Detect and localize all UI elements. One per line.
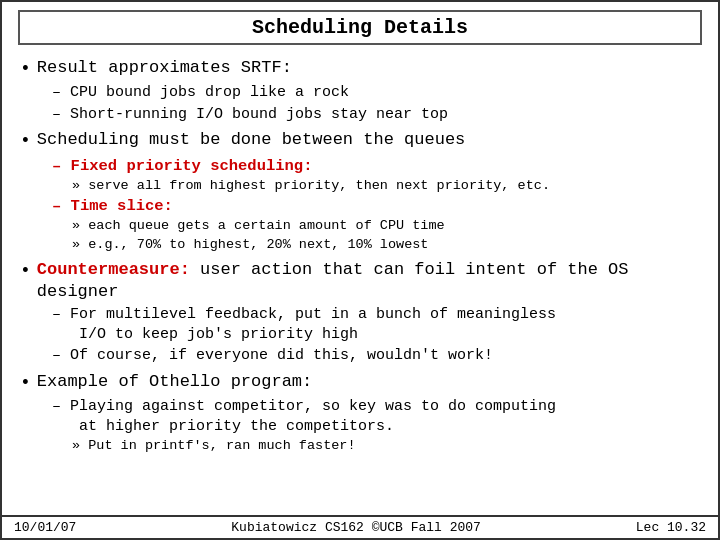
bullet-1-dot: • xyxy=(20,57,31,81)
bullet-3-sub2: – Of course, if everyone did this, would… xyxy=(52,346,700,366)
bullet-2-sub5: » e.g., 70% to highest, 20% next, 10% lo… xyxy=(72,236,700,254)
bullet-4-sub2: » Put in printf's, ran much faster! xyxy=(72,437,700,455)
bullet-2-sub2: » serve all from highest priority, then … xyxy=(72,177,700,195)
bullet-2-sub4: » each queue gets a certain amount of CP… xyxy=(72,217,700,235)
bullet-1-sub2: – Short-running I/O bound jobs stay near… xyxy=(52,105,700,125)
bullet-4: • Example of Othello program: xyxy=(20,371,700,395)
footer-center: Kubiatowicz CS162 ©UCB Fall 2007 xyxy=(231,520,481,535)
bullet-1-sub1: – CPU bound jobs drop like a rock xyxy=(52,83,700,103)
slide-title: Scheduling Details xyxy=(252,16,468,39)
bullet-3: • Countermeasure: user action that can f… xyxy=(20,259,700,305)
slide: Scheduling Details • Result approximates… xyxy=(0,0,720,540)
bullet-1: • Result approximates SRTF: xyxy=(20,57,700,81)
bullet-4-sub1: – Playing against competitor, so key was… xyxy=(52,397,700,436)
footer-lecture: Lec 10.32 xyxy=(636,520,706,535)
bullet-2-sub3: – Time slice: xyxy=(52,196,700,216)
bullet-3-dot: • xyxy=(20,259,31,283)
bullet-3-sub1: – For multilevel feedback, put in a bunc… xyxy=(52,305,700,344)
bullet-4-text: Example of Othello program: xyxy=(37,371,312,394)
bullet-1-text: Result approximates SRTF: xyxy=(37,57,292,80)
bullet-3-text: Countermeasure: user action that can foi… xyxy=(37,259,700,305)
bullet-2-sub1: – Fixed priority scheduling: xyxy=(52,156,700,176)
title-bar: Scheduling Details xyxy=(18,10,702,45)
bullet-4-dot: • xyxy=(20,371,31,395)
slide-content: • Result approximates SRTF: – CPU bound … xyxy=(2,51,718,515)
bullet-2: • Scheduling must be done between the qu… xyxy=(20,129,700,153)
footer: 10/01/07 Kubiatowicz CS162 ©UCB Fall 200… xyxy=(2,515,718,538)
bullet-2-text: Scheduling must be done between the queu… xyxy=(37,129,465,152)
bullet-2-dot: • xyxy=(20,129,31,153)
footer-date: 10/01/07 xyxy=(14,520,76,535)
